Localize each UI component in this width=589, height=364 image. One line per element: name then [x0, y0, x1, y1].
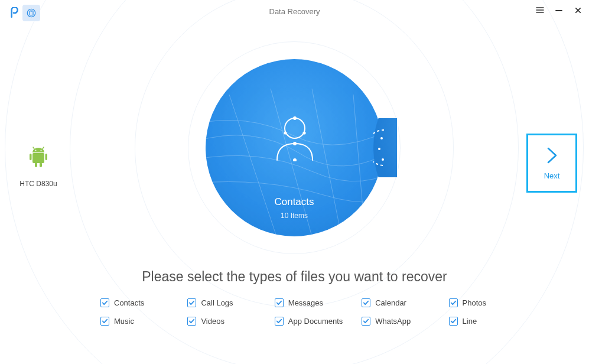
checkbox-icon: [275, 317, 284, 326]
svg-point-0: [27, 9, 35, 17]
svg-rect-6: [45, 154, 48, 160]
svg-point-18: [382, 158, 384, 161]
instruction-text: Please select the types of files you wan…: [0, 269, 589, 285]
checkbox-icon: [187, 298, 196, 307]
svg-point-12: [303, 132, 305, 134]
checkbox-icon: [275, 298, 284, 307]
svg-rect-7: [35, 162, 37, 167]
android-icon: [28, 147, 48, 170]
svg-point-10: [294, 117, 296, 119]
svg-rect-5: [30, 154, 32, 160]
next-category-peek: [373, 118, 397, 177]
menu-icon[interactable]: [535, 5, 545, 15]
type-app-documents[interactable]: App Documents: [275, 317, 362, 326]
device-panel: HTC D830u: [12, 147, 65, 188]
minimize-icon[interactable]: [554, 5, 564, 15]
device-name: HTC D830u: [12, 180, 65, 188]
type-whatsapp[interactable]: WhatsApp: [362, 317, 448, 326]
mode-data-recovery-icon[interactable]: [22, 5, 40, 21]
type-calendar[interactable]: Calendar: [362, 298, 448, 307]
svg-point-11: [284, 132, 286, 134]
type-label: Music: [114, 317, 134, 326]
type-label: Call Logs: [201, 298, 233, 307]
category-disc[interactable]: Contacts 10 Items: [206, 59, 383, 236]
type-label: Contacts: [114, 298, 144, 307]
type-messages[interactable]: Messages: [275, 298, 362, 307]
type-photos[interactable]: Photos: [449, 298, 536, 307]
svg-point-14: [294, 159, 296, 161]
type-label: Messages: [288, 298, 323, 307]
checkbox-icon: [100, 298, 109, 307]
type-label: Videos: [201, 317, 224, 326]
svg-point-2: [35, 150, 37, 151]
checkbox-icon: [449, 298, 458, 307]
type-call-logs[interactable]: Call Logs: [187, 298, 274, 307]
next-label: Next: [544, 171, 560, 180]
type-line[interactable]: Line: [449, 317, 536, 326]
svg-point-17: [378, 148, 380, 150]
svg-point-13: [294, 142, 296, 145]
type-label: Calendar: [375, 298, 406, 307]
window-title: Data Recovery: [0, 7, 589, 16]
svg-rect-4: [32, 153, 44, 163]
svg-point-3: [41, 150, 42, 151]
type-label: WhatsApp: [375, 317, 411, 326]
svg-point-16: [380, 137, 383, 139]
chevron-right-icon: [544, 147, 559, 164]
type-label: App Documents: [288, 317, 343, 326]
next-button[interactable]: Next: [526, 134, 577, 193]
close-icon[interactable]: [572, 5, 583, 15]
svg-point-15: [373, 118, 397, 177]
file-types-grid: Contacts Call Logs Messages Calendar Pho…: [100, 298, 536, 326]
svg-rect-8: [40, 162, 42, 167]
type-videos[interactable]: Videos: [187, 317, 274, 326]
checkbox-icon: [187, 317, 196, 326]
type-label: Photos: [463, 298, 486, 307]
checkbox-icon: [100, 317, 109, 326]
app-logo-icon[interactable]: [5, 5, 22, 21]
checkbox-icon: [362, 298, 370, 307]
contacts-icon: [274, 115, 316, 161]
type-music[interactable]: Music: [100, 317, 187, 326]
type-label: Line: [463, 317, 477, 326]
checkbox-icon: [362, 317, 370, 326]
checkbox-icon: [449, 317, 458, 326]
svg-point-9: [285, 118, 305, 138]
type-contacts[interactable]: Contacts: [100, 298, 187, 307]
